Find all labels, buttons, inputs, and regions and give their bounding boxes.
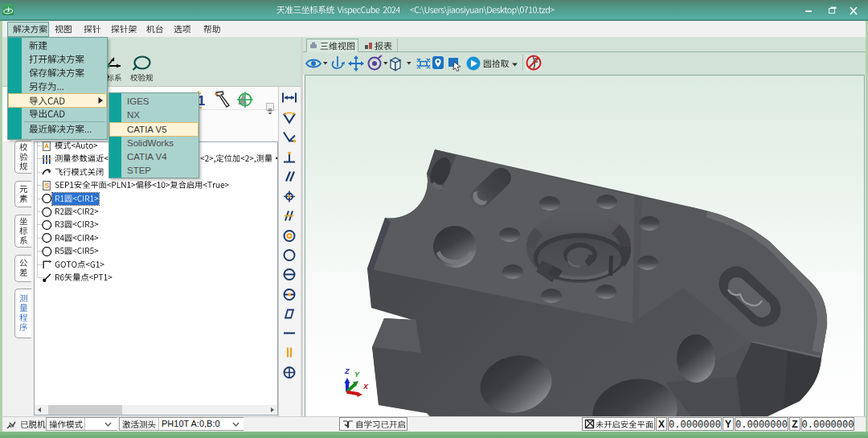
svg-text:S: S	[44, 182, 49, 190]
svg-text:Y: Y	[354, 370, 360, 379]
svg-text:X: X	[362, 383, 369, 391]
svg-text:Z: Z	[344, 367, 350, 375]
